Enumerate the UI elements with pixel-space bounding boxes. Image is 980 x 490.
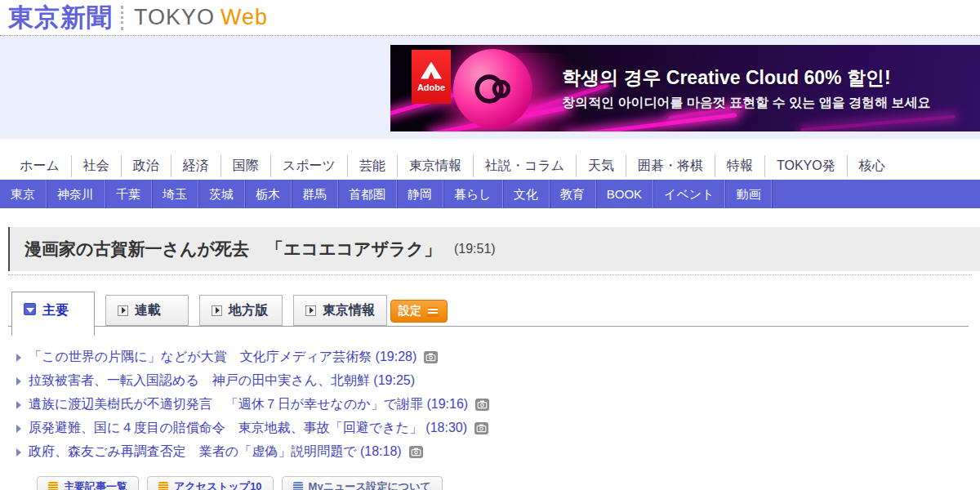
primary-nav-item[interactable]: TOKYO発 bbox=[765, 155, 848, 177]
settings-button[interactable]: 設定 bbox=[390, 300, 448, 323]
primary-nav-item[interactable]: 芸能 bbox=[348, 155, 398, 177]
primary-nav-item[interactable]: 天気 bbox=[577, 155, 626, 177]
news-link[interactable]: 「この世界の片隅に」などが大賞 文化庁メディア芸術祭 (19:28) bbox=[29, 349, 416, 366]
site-title-web: Web bbox=[220, 5, 268, 29]
footer-button-icon bbox=[293, 482, 303, 490]
footer-button[interactable]: Myニュース設定について bbox=[282, 476, 443, 490]
regional-nav-item[interactable]: 千葉 bbox=[105, 180, 152, 208]
tab[interactable]: 連載 bbox=[105, 295, 189, 326]
news-list-item: 原発避難、国に４度目の賠償命令 東京地裁、事故「回避できた」 (18:30) bbox=[16, 416, 980, 440]
primary-nav-item[interactable]: 社説・コラム bbox=[474, 155, 577, 177]
news-link[interactable]: 遺族に渡辺美樹氏が不適切発言 「週休７日が幸せなのか」で謝罪 (19:16) bbox=[29, 396, 468, 413]
news-link[interactable]: 拉致被害者、一転入国認める 神戸の田中実さん、北朝鮮 (19:25) bbox=[29, 372, 415, 390]
footer-button-icon bbox=[158, 482, 168, 490]
news-link-text: 拉致被害者、一転入国認める 神戸の田中実さん、北朝鮮 bbox=[29, 373, 370, 387]
primary-nav-item[interactable]: 核心 bbox=[848, 155, 897, 177]
regional-nav-item[interactable]: 埼玉 bbox=[152, 180, 198, 208]
site-title: TOKYOWeb bbox=[134, 5, 268, 30]
tab-label: 地方版 bbox=[229, 302, 268, 319]
camera-icon bbox=[474, 422, 488, 434]
breaking-time: (19:51) bbox=[454, 242, 496, 256]
footer-button-icon bbox=[48, 482, 58, 490]
primary-nav-item[interactable]: 東京情報 bbox=[398, 155, 474, 177]
regional-nav-item[interactable]: イベント bbox=[653, 180, 725, 208]
primary-nav-item[interactable]: スポーツ bbox=[271, 155, 348, 177]
ad-subheadline: 창의적인 아이디어를 마음껏 표현할 수 있는 앱을 경험해 보세요 bbox=[562, 95, 931, 112]
news-time: (18:18) bbox=[360, 444, 402, 458]
regional-nav-item[interactable]: 群馬 bbox=[292, 180, 338, 208]
news-list: 「この世界の片隅に」などが大賞 文化庁メディア芸術祭 (19:28) 拉致被害者… bbox=[16, 345, 980, 464]
ad-headline: 학생의 경우 Creative Cloud 60% 할인! bbox=[562, 65, 891, 91]
dotted-divider bbox=[8, 274, 972, 275]
regional-nav-item[interactable]: 教育 bbox=[550, 180, 596, 208]
neon-bar bbox=[800, 115, 956, 131]
footer-button-row: 主要記事一覧 アクセストップ10 Myニュース設定について bbox=[37, 476, 980, 490]
regional-nav-item[interactable]: 茨城 bbox=[198, 180, 245, 208]
regional-nav-item[interactable]: 栃木 bbox=[245, 180, 292, 208]
news-link-text: 原発避難、国に４度目の賠償命令 東京地裁、事故「回避できた」 bbox=[29, 421, 422, 434]
tab-arrow-icon bbox=[24, 303, 36, 315]
news-list-item: 遺族に渡辺美樹氏が不適切発言 「週休７日が幸せなのか」で謝罪 (19:16) bbox=[16, 393, 980, 416]
regional-nav-item[interactable]: 静岡 bbox=[397, 180, 443, 208]
primary-nav: ホーム社会政治経済国際スポーツ芸能東京情報社説・コラム天気囲碁・将棋特報TOKY… bbox=[8, 152, 980, 180]
footer-button[interactable]: 主要記事一覧 bbox=[37, 476, 139, 490]
primary-nav-item[interactable]: 政治 bbox=[122, 155, 172, 177]
news-list-item: 「この世界の片隅に」などが大賞 文化庁メディア芸術祭 (19:28) bbox=[16, 345, 980, 369]
settings-button-label: 設定 bbox=[399, 304, 421, 318]
site-header: 東京新聞 TOKYOWeb bbox=[0, 0, 980, 36]
tabs: 主要 連載 地方版 東京情報 bbox=[11, 292, 980, 336]
camera-icon bbox=[424, 351, 438, 363]
tab-label: 東京情報 bbox=[323, 302, 375, 319]
site-logo[interactable]: 東京新聞 bbox=[8, 1, 113, 35]
camera-icon bbox=[409, 446, 423, 458]
regional-nav-item[interactable]: 動画 bbox=[725, 180, 772, 208]
tab[interactable]: 東京情報 bbox=[293, 295, 387, 326]
news-list-item: 拉致被害者、一転入国認める 神戸の田中実さん、北朝鮮 (19:25) bbox=[16, 369, 980, 393]
news-link[interactable]: 原発避難、国に４度目の賠償命令 東京地裁、事故「回避できた」 (18:30) bbox=[29, 420, 467, 437]
primary-nav-item[interactable]: 国際 bbox=[221, 155, 271, 177]
regional-nav-item[interactable]: BOOK bbox=[596, 180, 653, 208]
site-title-tokyo: TOKYO bbox=[134, 5, 215, 29]
footer-button-label: 主要記事一覧 bbox=[64, 479, 127, 490]
news-link[interactable]: 政府、森友ごみ再調査否定 業者の「虚偽」説明問題で (18:18) bbox=[29, 443, 402, 461]
regional-nav: 東京神奈川千葉埼玉茨城栃木群馬首都圏静岡暮らし文化教育BOOKイベント動画 bbox=[0, 180, 980, 208]
adobe-ad-banner[interactable]: Adobe 학생의 경우 Creative Cloud 60% 할인! 창의적인… bbox=[390, 45, 980, 131]
footer-button-label: Myニュース設定について bbox=[309, 479, 431, 490]
regional-nav-item[interactable]: 神奈川 bbox=[47, 180, 105, 208]
primary-nav-item[interactable]: ホーム bbox=[8, 155, 72, 177]
primary-nav-item[interactable]: 囲碁・将棋 bbox=[626, 155, 715, 177]
breaking-headline: 漫画家の古賀新一さんが死去 「エコエコアザラク」 bbox=[24, 238, 441, 261]
news-link-text: 遺族に渡辺美樹氏が不適切発言 「週休７日が幸せなのか」で謝罪 bbox=[29, 397, 423, 411]
news-time: (19:16) bbox=[426, 397, 468, 411]
creative-cloud-logo-icon bbox=[453, 49, 532, 128]
tab[interactable]: 主要 bbox=[11, 292, 95, 336]
bullet-triangle-icon bbox=[16, 377, 21, 385]
tab-arrow-icon bbox=[212, 305, 222, 316]
news-tab-bar: 主要 連載 地方版 東京情報 設定 bbox=[11, 292, 980, 336]
news-link-text: 政府、森友ごみ再調査否定 業者の「虚偽」説明問題で bbox=[29, 444, 357, 458]
news-link-text: 「この世界の片隅に」などが大賞 文化庁メディア芸術祭 bbox=[29, 350, 372, 363]
footer-button[interactable]: アクセストップ10 bbox=[147, 476, 274, 490]
regional-nav-item[interactable]: 東京 bbox=[0, 180, 47, 208]
adobe-a-icon bbox=[421, 62, 442, 79]
bullet-triangle-icon bbox=[16, 401, 21, 409]
news-time: (18:30) bbox=[425, 421, 467, 434]
bullet-triangle-icon bbox=[16, 354, 21, 362]
tab-label: 連載 bbox=[135, 302, 161, 319]
primary-nav-item[interactable]: 特報 bbox=[715, 155, 765, 177]
footer-button-label: アクセストップ10 bbox=[174, 479, 262, 490]
news-time: (19:25) bbox=[373, 373, 415, 387]
settings-list-icon bbox=[426, 305, 439, 317]
regional-nav-item[interactable]: 首都圏 bbox=[338, 180, 397, 208]
regional-nav-item[interactable]: 文化 bbox=[503, 180, 550, 208]
bullet-triangle-icon bbox=[16, 448, 21, 457]
regional-nav-item[interactable]: 暮らし bbox=[443, 180, 503, 208]
news-list-item: 政府、森友ごみ再調査否定 業者の「虚偽」説明問題で (18:18) bbox=[16, 440, 980, 464]
primary-nav-item[interactable]: 経済 bbox=[172, 155, 221, 177]
tab[interactable]: 地方版 bbox=[199, 295, 283, 326]
news-time: (19:28) bbox=[376, 350, 417, 363]
tab-baseline bbox=[8, 326, 969, 327]
breaking-news-bar[interactable]: 漫画家の古賀新一さんが死去 「エコエコアザラク」 (19:51) bbox=[8, 227, 980, 271]
primary-nav-item[interactable]: 社会 bbox=[72, 155, 122, 177]
camera-icon bbox=[475, 399, 489, 411]
